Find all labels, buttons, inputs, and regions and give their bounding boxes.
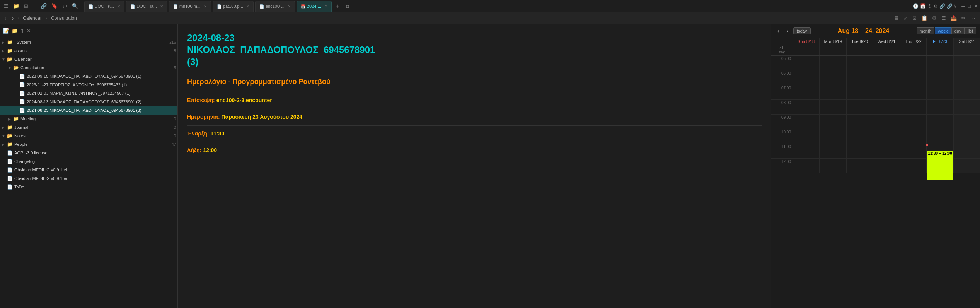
tab-doc-ia-icon: 📄 <box>130 4 135 9</box>
nav-forward-button[interactable]: › <box>10 14 15 22</box>
field-episkeyi-label: Επίσκεψη: <box>187 97 215 103</box>
tab-list: 📄 DOC - K... ✕ 📄 DOC - Ia... ✕ 📄 mh100.m… <box>84 1 912 12</box>
tab-pat100-close[interactable]: ✕ <box>246 4 249 9</box>
sidebar-item-consultation[interactable]: ▼ 📂 Consultation 5 <box>0 63 177 72</box>
main-layout: 📝 📁 ⬆ ✕ ▶ 📁 _System 216 ▶ 📁 assets 8 ▼ 📂… <box>0 24 980 308</box>
cell-mon-1200 <box>819 159 846 173</box>
cal-prev-button[interactable]: ‹ <box>775 27 782 35</box>
tab-enc100-close[interactable]: ✕ <box>288 4 291 9</box>
sidebar-item-obsidian-el[interactable]: 📄 Obsidian MEDILIG v0.9.1.el <box>0 166 177 174</box>
calendar-event[interactable]: 11:30 – 12:00 <box>927 151 953 180</box>
cell-wed-0800 <box>873 100 900 114</box>
sidebar-item-notes[interactable]: ▼ 📂 Notes 0 <box>0 132 177 140</box>
sidebar-item-cons5[interactable]: 📄 2024-08-23 ΝΙΚΟΛΑΟΣ_ΠΑΠΑΔΟΠΟΥΛΟΣ_69456… <box>0 106 177 115</box>
cell-mon-0800 <box>819 100 846 114</box>
tag-icon[interactable]: 🏷 <box>61 2 69 10</box>
cal-day-button[interactable]: day <box>951 27 965 34</box>
document-view: 2024-08-23 ΝΙΚΟΛΑΟΣ_ΠΑΠΑΔΟΠΟΥΛΟΣ_6945678… <box>178 24 771 308</box>
bookmark-icon[interactable]: 🔖 <box>50 2 59 10</box>
tab-cal2024-close[interactable]: ✕ <box>324 4 327 9</box>
sidebar-item-journal[interactable]: ▶ 📁 Journal 0 <box>0 123 177 132</box>
sidebar-close-icon[interactable]: ✕ <box>27 28 31 34</box>
layout-icon[interactable]: ⊞ <box>22 2 30 10</box>
sidebar-count-journal: 0 <box>174 125 176 130</box>
close-button[interactable]: ✕ <box>974 3 978 9</box>
sidebar-item-agpl[interactable]: 📄 AGPL-3.0 license <box>0 149 177 157</box>
sort-icon[interactable]: ⬆ <box>20 28 24 34</box>
cal-next-button[interactable]: › <box>784 27 791 35</box>
sidebar-item-calendar[interactable]: ▼ 📂 Calendar <box>0 55 177 63</box>
bullets-icon[interactable]: ≡ <box>31 2 37 10</box>
sidebar-item-system[interactable]: ▶ 📁 _System 216 <box>0 38 177 46</box>
field-episkeyi: Επίσκεψη: enc100-2-3.encounter <box>187 97 762 103</box>
sidebar-item-meeting[interactable]: ▶ 📁 Meeting 0 <box>0 115 177 123</box>
cell-mon-0600 <box>819 70 846 85</box>
chevron-right-icon: ▶ <box>2 142 7 147</box>
breadcrumb-consultation[interactable]: Consultation <box>49 15 78 22</box>
chevron-down-icon: ▼ <box>2 134 7 138</box>
sidebar-item-assets[interactable]: ▶ 📁 assets 8 <box>0 46 177 55</box>
settings-icon[interactable]: ⚙ <box>931 14 938 22</box>
minimize-button[interactable]: ─ <box>961 3 965 9</box>
folder-icon[interactable]: 📁 <box>12 2 21 10</box>
tab-enc100[interactable]: 📄 enc100-... ✕ <box>255 1 295 12</box>
cell-thu-0900 <box>900 115 926 129</box>
sidebar-item-cons3[interactable]: 📄 2024-02-03 ΜΑΡΙΑ_ΚΩΝΣΤΑΝΤΙΝΟΥ_69712345… <box>0 89 177 98</box>
link2-icon: 🔗 <box>939 3 945 9</box>
tab-doc-ia-close[interactable]: ✕ <box>160 4 163 9</box>
sidebar-item-obsidian-en[interactable]: 📄 Obsidian MEDILIG v0.9.1.en <box>0 174 177 183</box>
cell-mon-1000 <box>819 129 846 144</box>
maximize-button[interactable]: □ <box>968 3 971 9</box>
tab-mh100-close[interactable]: ✕ <box>204 4 207 9</box>
monitor-icon[interactable]: 🖥 <box>892 14 900 22</box>
sidebar-label-obsidian-en: Obsidian MEDILIG v0.9.1.en <box>14 176 176 181</box>
sidebar-item-cons2[interactable]: 📄 2023-11-27 ΓΕΩΡΓΙΟΣ_ΑΝΤΩΝΙΟΥ_699876543… <box>0 80 177 89</box>
all-day-sat <box>953 45 980 55</box>
tab-doc-ia[interactable]: 📄 DOC - Ia... ✕ <box>126 1 167 12</box>
tab-pat100[interactable]: 📄 pat100.p... ✕ <box>213 1 254 12</box>
current-time-line <box>793 144 980 144</box>
all-day-fri <box>926 45 953 55</box>
sidebar-label-cons1: 2023-09-15 ΝΙΚΟΛΑΟΣ_ΠΑΠΑΔΟΠΟΥΛΟΣ_6945678… <box>27 74 176 79</box>
cell-fri-0900 <box>926 115 953 129</box>
cell-wed-1000 <box>873 129 900 144</box>
sidebar-item-todo[interactable]: 📄 ToDo <box>0 183 177 191</box>
cell-tue-0500 <box>846 56 873 70</box>
tab-cal2024[interactable]: 📅 2024-... ✕ <box>297 1 332 12</box>
cal-week-button[interactable]: week <box>935 27 951 34</box>
cell-sun-0900 <box>793 115 819 129</box>
sidebar-item-changelog[interactable]: 📄 Changelog <box>0 157 177 166</box>
more-icon[interactable]: ⋯ <box>969 14 977 22</box>
window-layout-button[interactable]: ⧉ <box>344 3 351 9</box>
link-icon[interactable]: 🔗 <box>39 2 48 10</box>
split-icon[interactable]: ⊡ <box>911 14 918 22</box>
sidebar-item-people[interactable]: ▶ 📁 People 47 <box>0 140 177 149</box>
sidebar-item-cons4[interactable]: 📄 2024-08-13 ΝΙΚΟΛΑΟΣ_ΠΑΠΑΔΟΠΟΥΛΟΣ_69456… <box>0 98 177 106</box>
sidebar-item-cons1[interactable]: 📄 2023-09-15 ΝΙΚΟΛΑΟΣ_ΠΑΠΑΔΟΠΟΥΛΟΣ_69456… <box>0 72 177 80</box>
fork-icon: ⑂ <box>954 3 957 9</box>
expand-icon[interactable]: ⤢ <box>902 14 909 22</box>
cal-today-button[interactable]: today <box>793 27 811 34</box>
field-episkeyi-value: enc100-2-3.encounter <box>216 97 272 103</box>
calendar-body[interactable]: 05:00 06:00 07:0 <box>771 56 980 308</box>
list2-icon[interactable]: ☰ <box>940 14 948 22</box>
time-label-1000: 10:00 <box>771 129 793 144</box>
breadcrumb-calendar[interactable]: Calendar <box>21 15 43 22</box>
tab-mh100[interactable]: 📄 mh100.m... ✕ <box>169 1 211 12</box>
hamburger-icon[interactable]: ☰ <box>2 2 10 10</box>
all-day-label: all-day <box>771 45 793 55</box>
cell-sat-1200 <box>953 159 980 173</box>
new-note-icon[interactable]: 📝 <box>3 28 9 34</box>
new-folder-icon[interactable]: 📁 <box>12 28 18 34</box>
new-tab-button[interactable]: + <box>333 3 341 10</box>
cal-list-button[interactable]: list <box>965 27 976 34</box>
search-icon[interactable]: 🔍 <box>70 2 80 10</box>
tab-doc-k-close[interactable]: ✕ <box>117 4 120 9</box>
folder-icon: 📁 <box>7 125 13 130</box>
share-icon[interactable]: 📤 <box>949 14 958 22</box>
nav-back-button[interactable]: ‹ <box>3 14 8 22</box>
tab-doc-k[interactable]: 📄 DOC - K... ✕ <box>84 1 125 12</box>
copy-icon[interactable]: 📋 <box>920 14 929 22</box>
edit-icon[interactable]: ✏ <box>960 14 967 22</box>
cal-month-button[interactable]: month <box>917 27 935 34</box>
